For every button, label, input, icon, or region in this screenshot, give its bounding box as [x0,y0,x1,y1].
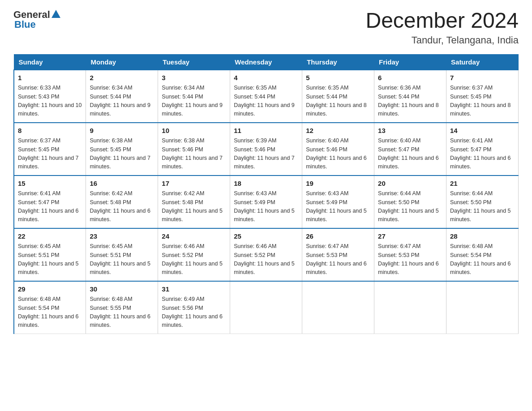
day-info: Sunrise: 6:40 AMSunset: 5:46 PMDaylight:… [306,137,370,171]
calendar-cell-2: 2Sunrise: 6:34 AMSunset: 5:44 PMDaylight… [86,70,158,123]
weekday-header-row: SundayMondayTuesdayWednesdayThursdayFrid… [14,54,519,70]
day-info: Sunrise: 6:46 AMSunset: 5:52 PMDaylight:… [162,242,226,277]
calendar-cell-3: 3Sunrise: 6:34 AMSunset: 5:44 PMDaylight… [158,70,230,123]
day-number: 22 [18,231,82,242]
day-number: 10 [162,126,226,136]
day-number: 15 [18,179,82,189]
weekday-header-friday: Friday [374,54,446,70]
calendar-cell-31: 31Sunrise: 6:49 AMSunset: 5:56 PMDayligh… [158,281,230,334]
week-row-1: 1Sunrise: 6:33 AMSunset: 5:43 PMDaylight… [14,70,519,123]
day-info: Sunrise: 6:36 AMSunset: 5:44 PMDaylight:… [378,84,442,119]
day-number: 16 [90,179,154,189]
calendar-cell-19: 19Sunrise: 6:43 AMSunset: 5:49 PMDayligh… [302,176,374,228]
calendar-cell-8: 8Sunrise: 6:37 AMSunset: 5:45 PMDaylight… [14,123,86,176]
calendar-cell-23: 23Sunrise: 6:45 AMSunset: 5:51 PMDayligh… [86,228,158,281]
day-number: 4 [234,73,298,83]
day-number: 27 [378,231,442,242]
day-info: Sunrise: 6:40 AMSunset: 5:47 PMDaylight:… [378,137,442,171]
week-row-5: 29Sunrise: 6:48 AMSunset: 5:54 PMDayligh… [14,281,519,334]
calendar-cell-6: 6Sunrise: 6:36 AMSunset: 5:44 PMDaylight… [374,70,446,123]
day-info: Sunrise: 6:45 AMSunset: 5:51 PMDaylight:… [90,242,154,277]
day-info: Sunrise: 6:47 AMSunset: 5:53 PMDaylight:… [378,242,442,277]
day-number: 7 [450,73,515,83]
day-info: Sunrise: 6:38 AMSunset: 5:45 PMDaylight:… [90,137,154,171]
calendar-cell-empty [374,281,446,334]
logo: General Blue [13,9,60,30]
day-number: 19 [306,179,370,189]
day-info: Sunrise: 6:37 AMSunset: 5:45 PMDaylight:… [450,84,515,119]
day-number: 8 [18,126,82,136]
day-info: Sunrise: 6:42 AMSunset: 5:48 PMDaylight:… [90,189,154,224]
weekday-header-wednesday: Wednesday [230,54,302,70]
calendar-cell-24: 24Sunrise: 6:46 AMSunset: 5:52 PMDayligh… [158,228,230,281]
calendar-cell-12: 12Sunrise: 6:40 AMSunset: 5:46 PMDayligh… [302,123,374,176]
calendar-cell-11: 11Sunrise: 6:39 AMSunset: 5:46 PMDayligh… [230,123,302,176]
calendar-cell-10: 10Sunrise: 6:38 AMSunset: 5:46 PMDayligh… [158,123,230,176]
day-number: 28 [450,231,515,242]
calendar-cell-1: 1Sunrise: 6:33 AMSunset: 5:43 PMDaylight… [14,70,86,123]
header: General Blue December 2024 Tandur, Telan… [13,9,519,46]
calendar-cell-16: 16Sunrise: 6:42 AMSunset: 5:48 PMDayligh… [86,176,158,228]
day-number: 26 [306,231,370,242]
week-row-3: 15Sunrise: 6:41 AMSunset: 5:47 PMDayligh… [14,176,519,228]
day-info: Sunrise: 6:48 AMSunset: 5:54 PMDaylight:… [18,295,82,330]
day-info: Sunrise: 6:44 AMSunset: 5:50 PMDaylight:… [378,189,442,224]
day-number: 3 [162,73,226,83]
day-info: Sunrise: 6:33 AMSunset: 5:43 PMDaylight:… [18,84,82,119]
day-number: 29 [18,284,82,295]
day-number: 13 [378,126,442,136]
day-info: Sunrise: 6:35 AMSunset: 5:44 PMDaylight:… [234,84,298,119]
logo-blue-label: Blue [13,19,36,30]
calendar-cell-18: 18Sunrise: 6:43 AMSunset: 5:49 PMDayligh… [230,176,302,228]
day-info: Sunrise: 6:43 AMSunset: 5:49 PMDaylight:… [306,189,370,224]
day-info: Sunrise: 6:35 AMSunset: 5:44 PMDaylight:… [306,84,370,119]
weekday-header-saturday: Saturday [446,54,519,70]
month-title: December 2024 [365,9,519,33]
logo-triangle-icon [51,10,60,18]
day-info: Sunrise: 6:41 AMSunset: 5:47 PMDaylight:… [450,137,515,171]
day-number: 18 [234,179,298,189]
calendar-cell-14: 14Sunrise: 6:41 AMSunset: 5:47 PMDayligh… [446,123,519,176]
calendar-cell-4: 4Sunrise: 6:35 AMSunset: 5:44 PMDaylight… [230,70,302,123]
day-number: 24 [162,231,226,242]
day-info: Sunrise: 6:45 AMSunset: 5:51 PMDaylight:… [18,242,82,277]
week-row-2: 8Sunrise: 6:37 AMSunset: 5:45 PMDaylight… [14,123,519,176]
day-number: 5 [306,73,370,83]
calendar-cell-28: 28Sunrise: 6:48 AMSunset: 5:54 PMDayligh… [446,228,519,281]
day-number: 31 [162,284,226,295]
day-number: 2 [90,73,154,83]
day-number: 20 [378,179,442,189]
calendar-cell-empty [446,281,519,334]
day-info: Sunrise: 6:37 AMSunset: 5:45 PMDaylight:… [18,137,82,171]
day-number: 12 [306,126,370,136]
weekday-header-tuesday: Tuesday [158,54,230,70]
day-info: Sunrise: 6:47 AMSunset: 5:53 PMDaylight:… [306,242,370,277]
calendar-table: SundayMondayTuesdayWednesdayThursdayFrid… [13,54,519,334]
day-number: 21 [450,179,515,189]
day-info: Sunrise: 6:34 AMSunset: 5:44 PMDaylight:… [162,84,226,119]
day-number: 1 [18,73,82,83]
calendar-cell-empty [302,281,374,334]
day-number: 30 [90,284,154,295]
day-info: Sunrise: 6:44 AMSunset: 5:50 PMDaylight:… [450,189,515,224]
weekday-header-monday: Monday [86,54,158,70]
day-info: Sunrise: 6:41 AMSunset: 5:47 PMDaylight:… [18,189,82,224]
title-area: December 2024 Tandur, Telangana, India [365,9,519,46]
day-number: 23 [90,231,154,242]
calendar-cell-25: 25Sunrise: 6:46 AMSunset: 5:52 PMDayligh… [230,228,302,281]
calendar-cell-22: 22Sunrise: 6:45 AMSunset: 5:51 PMDayligh… [14,228,86,281]
calendar-cell-5: 5Sunrise: 6:35 AMSunset: 5:44 PMDaylight… [302,70,374,123]
calendar-cell-27: 27Sunrise: 6:47 AMSunset: 5:53 PMDayligh… [374,228,446,281]
location-title: Tandur, Telangana, India [365,34,519,46]
calendar-cell-7: 7Sunrise: 6:37 AMSunset: 5:45 PMDaylight… [446,70,519,123]
calendar-cell-17: 17Sunrise: 6:42 AMSunset: 5:48 PMDayligh… [158,176,230,228]
day-number: 6 [378,73,442,83]
day-info: Sunrise: 6:48 AMSunset: 5:55 PMDaylight:… [90,295,154,330]
calendar-cell-21: 21Sunrise: 6:44 AMSunset: 5:50 PMDayligh… [446,176,519,228]
calendar-cell-26: 26Sunrise: 6:47 AMSunset: 5:53 PMDayligh… [302,228,374,281]
week-row-4: 22Sunrise: 6:45 AMSunset: 5:51 PMDayligh… [14,228,519,281]
weekday-header-sunday: Sunday [14,54,86,70]
calendar-cell-29: 29Sunrise: 6:48 AMSunset: 5:54 PMDayligh… [14,281,86,334]
day-info: Sunrise: 6:39 AMSunset: 5:46 PMDaylight:… [234,137,298,171]
calendar-cell-13: 13Sunrise: 6:40 AMSunset: 5:47 PMDayligh… [374,123,446,176]
